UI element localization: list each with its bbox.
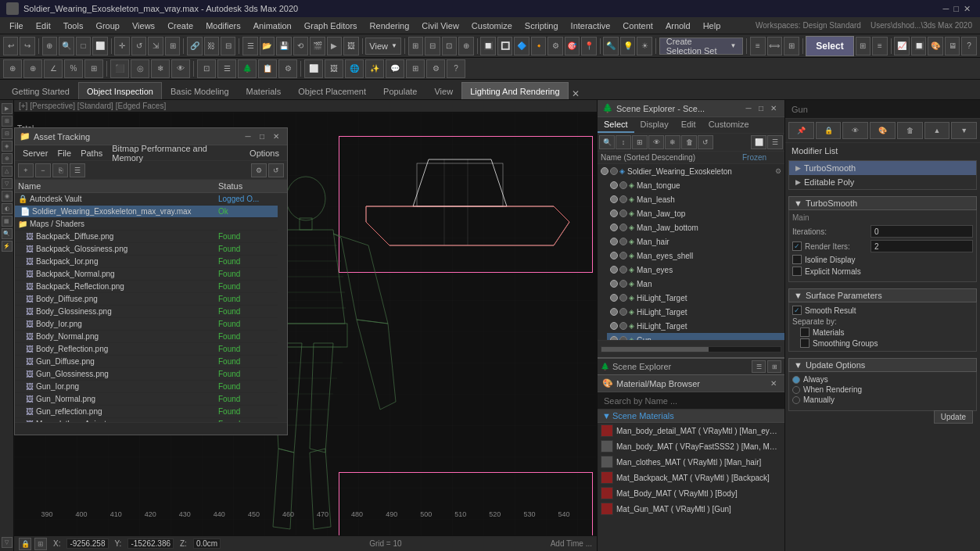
tab-lighting-rendering[interactable]: Lighting And Rendering bbox=[461, 82, 568, 99]
tab-view[interactable]: View bbox=[425, 82, 461, 99]
at-table-row[interactable]: 🖼Body_Ior.png Found bbox=[15, 318, 287, 331]
menu-civil-view[interactable]: Civil View bbox=[415, 20, 465, 32]
se-list-item[interactable]: ◈ Man_eyes bbox=[607, 263, 784, 277]
se-list-item[interactable]: ◈ Man_Jaw_bottom bbox=[607, 220, 784, 234]
strip-btn-8[interactable]: ◉ bbox=[2, 191, 13, 202]
mat-close-btn[interactable]: ✕ bbox=[767, 377, 780, 390]
ref-coord-btn[interactable]: ⊞ bbox=[165, 37, 180, 55]
menu-modifiers[interactable]: Modifiers bbox=[199, 20, 247, 32]
se-tab-edit[interactable]: Edit bbox=[675, 117, 702, 133]
materials-checkbox[interactable] bbox=[800, 327, 809, 337]
isolate-btn[interactable]: ◎ bbox=[131, 59, 149, 78]
strip-btn-bottom[interactable]: ▽ bbox=[2, 537, 13, 548]
menu-customize[interactable]: Customize bbox=[465, 20, 519, 32]
se-sort-btn[interactable]: ↕ bbox=[616, 135, 631, 149]
tb-btn5[interactable]: 🔲 bbox=[480, 37, 495, 55]
render-last-btn[interactable]: 🖼 bbox=[325, 59, 343, 78]
strip-btn-6[interactable]: △ bbox=[2, 166, 13, 177]
manually-radio[interactable] bbox=[792, 396, 800, 404]
mp-up-btn[interactable]: ▲ bbox=[924, 122, 950, 139]
mat-item[interactable]: Man_clothes_MAT ( VRayMtl ) [Man_hair] bbox=[598, 454, 784, 470]
move-btn[interactable]: ✛ bbox=[114, 37, 129, 55]
mirror-btn[interactable]: ⟺ bbox=[767, 37, 782, 55]
rotate-btn[interactable]: ↺ bbox=[131, 37, 146, 55]
iterations-value[interactable]: 0 bbox=[871, 225, 973, 238]
at-close-btn[interactable]: ✕ bbox=[270, 131, 282, 143]
maximize-btn[interactable]: □ bbox=[953, 4, 959, 14]
at-table-row[interactable]: 🖼Backpack_Normal.png Found bbox=[15, 268, 287, 281]
layer-btn[interactable]: ☰ bbox=[242, 37, 257, 55]
menu-tools[interactable]: Tools bbox=[57, 20, 90, 32]
se-maximize-btn[interactable]: □ bbox=[755, 102, 767, 115]
se-switch-btn[interactable]: ⊞ bbox=[767, 360, 781, 373]
mp-turbosmooth[interactable]: ▶ TurboSmooth bbox=[789, 161, 976, 175]
snap3d-btn[interactable]: ⊕ bbox=[23, 59, 42, 78]
se-list-item[interactable]: ◈ Man_hair bbox=[607, 234, 784, 249]
render-btn[interactable]: ▶ bbox=[327, 37, 342, 55]
mp-search-input[interactable] bbox=[785, 100, 980, 119]
tab-materials[interactable]: Materials bbox=[238, 82, 290, 99]
at-remove-btn[interactable]: − bbox=[35, 163, 51, 177]
se-freeze-btn[interactable]: ❄ bbox=[665, 135, 680, 149]
se-col-btn[interactable]: ⊞ bbox=[632, 135, 648, 149]
snap2d-btn[interactable]: ⊕ bbox=[3, 59, 22, 78]
render-setup-btn2[interactable]: 🖥 bbox=[945, 37, 960, 55]
link-btn[interactable]: 🔗 bbox=[187, 37, 202, 55]
mp-dn-btn[interactable]: ▼ bbox=[951, 122, 977, 139]
rect-select-btn[interactable]: □ bbox=[76, 37, 91, 55]
menu-interactive[interactable]: Interactive bbox=[565, 20, 617, 32]
strip-btn-12[interactable]: ⚡ bbox=[2, 241, 13, 252]
at-table-row[interactable]: 🖼Backpack_Diffuse.png Found bbox=[15, 231, 287, 243]
tab-basic-modeling[interactable]: Basic Modeling bbox=[162, 82, 238, 99]
se-scrollbar[interactable] bbox=[601, 346, 781, 352]
isoline-checkbox[interactable] bbox=[792, 255, 802, 264]
schematic-btn[interactable]: 🔲 bbox=[911, 37, 926, 55]
create-selection-btn[interactable]: Create Selection Set ▼ bbox=[659, 38, 744, 55]
settings-btn[interactable]: ⚙ bbox=[426, 59, 445, 78]
render-setup-btn[interactable]: 🎬 bbox=[310, 37, 325, 55]
at-copy-btn[interactable]: ⎘ bbox=[52, 163, 68, 177]
render-msg-btn[interactable]: 💬 bbox=[386, 59, 404, 78]
strip-btn-1[interactable]: ▶ bbox=[2, 103, 13, 114]
se-hide-btn[interactable]: 👁 bbox=[648, 135, 664, 149]
at-table-row[interactable]: 🖼Gun_Diffuse.png Found bbox=[15, 356, 287, 368]
array-btn[interactable]: ⊞ bbox=[784, 37, 799, 55]
redo-btn[interactable]: ↪ bbox=[20, 37, 34, 55]
se-filter-btn[interactable]: 🔍 bbox=[599, 135, 615, 149]
select-button[interactable]: Select bbox=[806, 36, 853, 56]
material-editor-btn[interactable]: 🎨 bbox=[928, 37, 942, 55]
undo2-btn[interactable]: ⟲ bbox=[293, 37, 308, 55]
se-list-btn[interactable]: ☰ bbox=[767, 135, 783, 149]
at-refresh-btn[interactable]: ↺ bbox=[268, 163, 284, 177]
render-region-btn[interactable]: ⬜ bbox=[304, 59, 323, 78]
quick-align-btn[interactable]: ≡ bbox=[872, 37, 887, 55]
prop-btn[interactable]: ⚙ bbox=[278, 59, 297, 78]
named-sel-btn[interactable]: ⬛ bbox=[110, 59, 129, 78]
mat-search-input[interactable] bbox=[598, 392, 784, 410]
at-table-row[interactable]: 📄Soldier_Wearing_Exoskeleton_max_vray.ma… bbox=[15, 206, 287, 218]
at-table-row[interactable]: 🖼Gun_Ior.png Found bbox=[15, 381, 287, 393]
open-btn[interactable]: 📂 bbox=[260, 37, 275, 55]
se-tab-customize[interactable]: Customize bbox=[702, 117, 756, 133]
at-table-row[interactable]: 🖼Gun_Glossiness.png Found bbox=[15, 368, 287, 381]
tb-btn8[interactable]: 🔸 bbox=[531, 37, 546, 55]
menu-group[interactable]: Group bbox=[89, 20, 126, 32]
tab-populate[interactable]: Populate bbox=[375, 82, 425, 99]
se-list-item[interactable]: ◈ HiLight_Target bbox=[607, 305, 784, 319]
bind-to-space-btn[interactable]: ⊟ bbox=[221, 37, 235, 55]
tb-btn1[interactable]: ⊞ bbox=[408, 37, 423, 55]
smoothing-checkbox[interactable] bbox=[800, 338, 809, 348]
tb-btn11[interactable]: 📍 bbox=[581, 37, 596, 55]
named-sets-btn[interactable]: ≡ bbox=[750, 37, 765, 55]
when-rendering-radio[interactable] bbox=[792, 386, 800, 394]
grid-icon[interactable]: ⊞ bbox=[34, 538, 47, 550]
at-maximize-btn[interactable]: □ bbox=[256, 131, 268, 143]
at-menu-options[interactable]: Options bbox=[245, 148, 284, 159]
tb-btn4[interactable]: ⊕ bbox=[458, 37, 473, 55]
tb-btn13[interactable]: 💡 bbox=[620, 37, 635, 55]
mat-item[interactable]: Mat_Gun_MAT ( VRayMtl ) [Gun] bbox=[598, 501, 784, 517]
se-scrollbar-thumb[interactable] bbox=[601, 347, 709, 352]
at-table-row[interactable]: 🖼Gun_Normal.png Found bbox=[15, 393, 287, 406]
mat-item[interactable]: Mat_Body_MAT ( VRayMtl ) [Body] bbox=[598, 485, 784, 501]
se-list-item[interactable]: ◈ HiLight_Target bbox=[607, 319, 784, 333]
